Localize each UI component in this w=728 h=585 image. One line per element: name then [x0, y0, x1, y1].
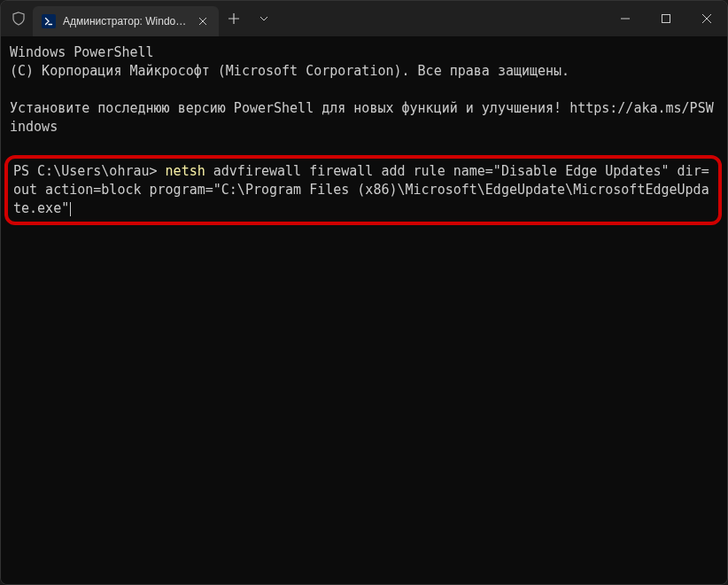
- terminal-line: Windows PowerShell: [10, 44, 154, 60]
- prompt-text: PS C:\Users\ohrau>: [13, 163, 166, 179]
- terminal-line: Установите последнюю версию PowerShell д…: [10, 100, 714, 135]
- maximize-button[interactable]: [646, 1, 686, 36]
- titlebar: Администратор: Windows PowerShell: [1, 1, 727, 36]
- tab-close-button[interactable]: [196, 14, 210, 28]
- powershell-icon: [42, 14, 56, 28]
- terminal-content[interactable]: Windows PowerShell (C) Корпорация Майкро…: [1, 36, 727, 585]
- new-tab-button[interactable]: [219, 1, 249, 36]
- tab-dropdown-button[interactable]: [249, 1, 279, 36]
- minimize-button[interactable]: [605, 1, 646, 36]
- close-button[interactable]: [686, 1, 727, 36]
- tab-title: Администратор: Windows PowerShell: [63, 15, 189, 27]
- terminal-line: (C) Корпорация Майкрософт (Microsoft Cor…: [10, 63, 569, 79]
- svg-rect-1: [662, 15, 670, 23]
- window-controls: [605, 1, 727, 36]
- shield-icon: [12, 12, 26, 26]
- app-icon-area: [1, 1, 33, 36]
- tab-strip: Администратор: Windows PowerShell: [33, 1, 219, 36]
- tab-powershell[interactable]: Администратор: Windows PowerShell: [33, 6, 219, 36]
- highlighted-command: PS C:\Users\ohrau> netsh advfirewall fir…: [4, 155, 722, 225]
- titlebar-drag-area[interactable]: [279, 1, 605, 36]
- command-keyword: netsh: [166, 163, 205, 179]
